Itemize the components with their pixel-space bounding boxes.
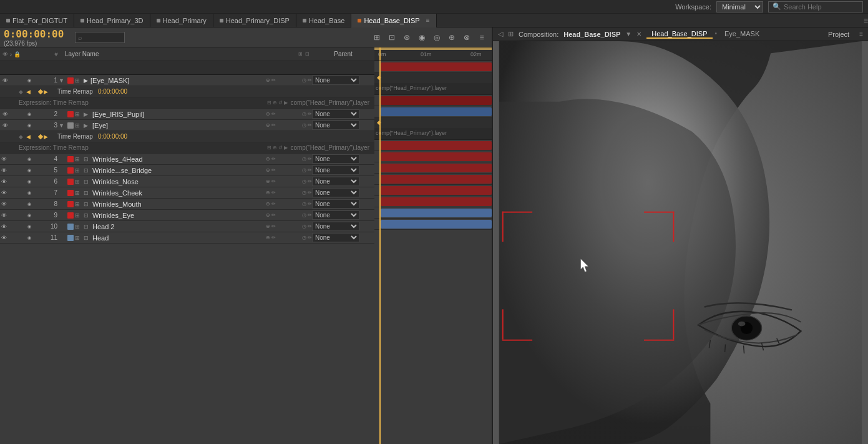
parent-9[interactable]: None: [312, 210, 359, 220]
vis-eye-1[interactable]: 👁: [1, 77, 9, 84]
tab-head-base-disp[interactable]: Head_Base_DISP ≡: [351, 14, 436, 27]
track-8[interactable]: [374, 185, 492, 196]
search-input[interactable]: [784, 3, 859, 11]
transport-icon-2[interactable]: ⊡: [386, 31, 398, 44]
track-5[interactable]: [374, 151, 492, 162]
expand-arrow-3[interactable]: ▼: [59, 122, 66, 129]
s11[interactable]: ◉: [27, 235, 36, 240]
table-row[interactable]: 👁 ◉ 10 ▶ ⊞ ⊡ Head 2 ⊕ ✏: [0, 221, 374, 232]
expr-icon-1b[interactable]: ⊕: [273, 100, 277, 106]
expr-icon-3d[interactable]: ▶: [284, 145, 288, 150]
tab-menu-icon[interactable]: ≡: [426, 17, 430, 24]
s7[interactable]: ◉: [27, 190, 36, 195]
tm10[interactable]: ◷: [302, 224, 306, 229]
tab-head-primary-3d[interactable]: Head_Primary_3D: [74, 14, 150, 27]
layer-search-input[interactable]: [75, 32, 125, 43]
project-label[interactable]: Project: [828, 31, 849, 38]
keyframe-nav-3a[interactable]: ◀: [26, 134, 37, 140]
keyframe-nav-1b[interactable]: ▶: [44, 89, 55, 95]
s10[interactable]: ◉: [27, 224, 36, 229]
comp-icon-2[interactable]: ⊞: [508, 30, 514, 38]
parent-8[interactable]: None: [312, 199, 359, 209]
transport-icon-8[interactable]: ≡: [475, 31, 488, 44]
tab-head-primary-disp[interactable]: Head_Primary_DISP: [213, 14, 296, 27]
track-1[interactable]: [374, 61, 492, 72]
vis-6[interactable]: 👁: [1, 179, 9, 185]
vis-11[interactable]: 👁: [1, 235, 9, 241]
timeline-ruler[interactable]: 0m 01m 02m: [374, 47, 492, 61]
track-7[interactable]: [374, 174, 492, 185]
expr-icon-3b[interactable]: ⊕: [273, 145, 277, 150]
tm8[interactable]: ◷: [302, 201, 306, 207]
track-6[interactable]: [374, 162, 492, 174]
workspace-select[interactable]: Minimal Standard: [716, 1, 763, 12]
table-row[interactable]: 👁 ◉ 1 ▼ ⊞ ▶ [Eye_MASK] ⊕: [0, 75, 374, 86]
table-row[interactable]: 👁 ◉ 3 ▼ ⊞ ▶ [Eye] ⊕ ✏: [0, 120, 374, 131]
transport-icon-5[interactable]: ◎: [431, 31, 443, 44]
track-11[interactable]: [374, 219, 492, 230]
parent-4[interactable]: None: [312, 154, 359, 164]
expr-icon-3a[interactable]: ⊟: [267, 145, 271, 150]
tm11[interactable]: ◷: [302, 235, 306, 240]
track-10[interactable]: [374, 207, 492, 219]
tm6[interactable]: ◷: [302, 179, 306, 184]
tm7[interactable]: ◷: [302, 190, 306, 195]
parent-5[interactable]: None: [312, 165, 359, 175]
tab-flat-for-digtut[interactable]: Flat_For_DIGTUT: [0, 14, 74, 27]
s4[interactable]: ◉: [27, 157, 36, 162]
vis-9[interactable]: 👁: [1, 212, 9, 219]
table-row[interactable]: 👁 ◉ 11 ▶ ⊞ ⊡ Head ⊕ ✏: [0, 232, 374, 244]
vis-7[interactable]: 👁: [1, 190, 9, 196]
composition-preview[interactable]: [493, 41, 868, 444]
tab-head-base[interactable]: Head_Base: [296, 14, 352, 27]
comp-tab-hbd[interactable]: Head_Base_DISP: [646, 30, 712, 39]
vis-8[interactable]: 👁: [1, 201, 9, 207]
expand-arrow-1[interactable]: ▼: [59, 77, 66, 84]
table-row[interactable]: 👁 ◉ 5 ▶ ⊞ ⊡ Wrinkle...se_Bridge ⊕: [0, 165, 374, 176]
switch-time-3[interactable]: ◷: [302, 122, 306, 128]
comp-dropdown-icon[interactable]: ▼: [625, 31, 631, 37]
tm9[interactable]: ◷: [302, 212, 306, 218]
table-row[interactable]: 👁 ◉ 8 ▶ ⊞ ⊡ Wrinkles_Mouth ⊕: [0, 199, 374, 210]
parent-11[interactable]: None: [312, 233, 359, 242]
keyframe-icon-3[interactable]: ◆: [15, 134, 26, 140]
expr-icon-1d[interactable]: ▶: [284, 100, 288, 106]
solo-1[interactable]: ◉: [27, 78, 36, 83]
tm5[interactable]: ◷: [302, 167, 306, 173]
parent-select-1[interactable]: None: [312, 76, 359, 85]
expr-icon-1a[interactable]: ⊟: [267, 100, 271, 106]
transport-icon-3[interactable]: ⊛: [401, 31, 413, 44]
transport-icon-6[interactable]: ⊕: [446, 31, 458, 44]
transport-icon-4[interactable]: ◉: [416, 31, 428, 44]
expr-icon-3c[interactable]: ↺: [278, 145, 283, 150]
comp-tab-eyemask[interactable]: Eye_MASK: [719, 30, 764, 39]
track-9[interactable]: [374, 196, 492, 207]
vis-4[interactable]: 👁: [1, 156, 9, 162]
vis-eye-2[interactable]: 👁: [1, 111, 9, 117]
expr-icon-1c[interactable]: ↺: [278, 100, 283, 106]
panel-options-icon[interactable]: ≡: [859, 31, 863, 37]
comp-icon-1[interactable]: ◁: [498, 30, 503, 38]
parent-6[interactable]: None: [312, 177, 359, 186]
s6[interactable]: ◉: [27, 179, 36, 184]
table-row[interactable]: 👁 ◉ 4 ▶ ⊞ ⊡ Wrinkles_4Head ⊕: [0, 154, 374, 165]
solo-2[interactable]: ◉: [27, 112, 36, 117]
solo-3[interactable]: ◉: [27, 123, 36, 128]
s9[interactable]: ◉: [27, 213, 36, 218]
track-3[interactable]: [374, 106, 492, 117]
table-row[interactable]: 👁 ◉ 9 ▶ ⊞ ⊡ Wrinkles_Eye ⊕ ✏: [0, 210, 374, 221]
track-2[interactable]: [374, 95, 492, 106]
parent-select-2[interactable]: None: [312, 109, 359, 119]
panel-menu-icon[interactable]: ≡: [864, 16, 868, 25]
transport-icon-1[interactable]: ⊞: [371, 31, 383, 44]
vis-10[interactable]: 👁: [1, 224, 9, 230]
table-row[interactable]: 👁 ◉ 6 ▶ ⊞ ⊡ Wrinkles_Nose ⊕: [0, 176, 374, 187]
parent-7[interactable]: None: [312, 188, 359, 197]
table-row[interactable]: 👁 ◉ 2 ▶ ⊞ ▶ [Eye_IRIS_Pupil] ⊕: [0, 109, 374, 120]
s5[interactable]: ◉: [27, 168, 36, 173]
keyframe-nav-3b[interactable]: ▶: [44, 134, 55, 140]
vis-eye-3[interactable]: 👁: [1, 122, 9, 129]
switch-time-1[interactable]: ◷: [302, 77, 306, 83]
keyframe-icon-1[interactable]: ◆: [15, 89, 26, 95]
switch-time-2[interactable]: ◷: [302, 111, 306, 117]
